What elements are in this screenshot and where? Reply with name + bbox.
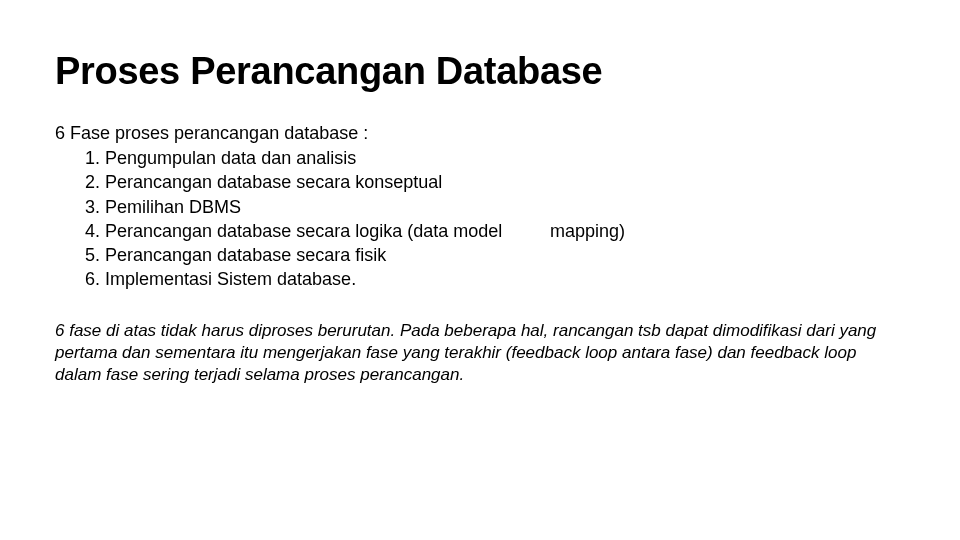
phase-item-4-right: mapping) — [525, 219, 625, 243]
phase-item-6: 6. Implementasi Sistem database. — [85, 267, 905, 291]
phase-list: 1. Pengumpulan data dan analisis 2. Pera… — [55, 146, 905, 292]
phase-item-3: 3. Pemilihan DBMS — [85, 195, 905, 219]
note-paragraph: 6 fase di atas tidak harus diproses beru… — [55, 320, 905, 386]
slide-title: Proses Perancangan Database — [55, 50, 905, 93]
intro-line: 6 Fase proses perancangan database : — [55, 123, 905, 144]
phase-item-4-left: 4. Perancangan database secara logika (d… — [85, 219, 525, 243]
phase-item-5: 5. Perancangan database secara fisik — [85, 243, 905, 267]
phase-item-2: 2. Perancangan database secara konseptua… — [85, 170, 905, 194]
slide: Proses Perancangan Database 6 Fase prose… — [0, 0, 960, 540]
phase-item-1: 1. Pengumpulan data dan analisis — [85, 146, 905, 170]
phase-item-4: 4. Perancangan database secara logika (d… — [85, 219, 905, 243]
